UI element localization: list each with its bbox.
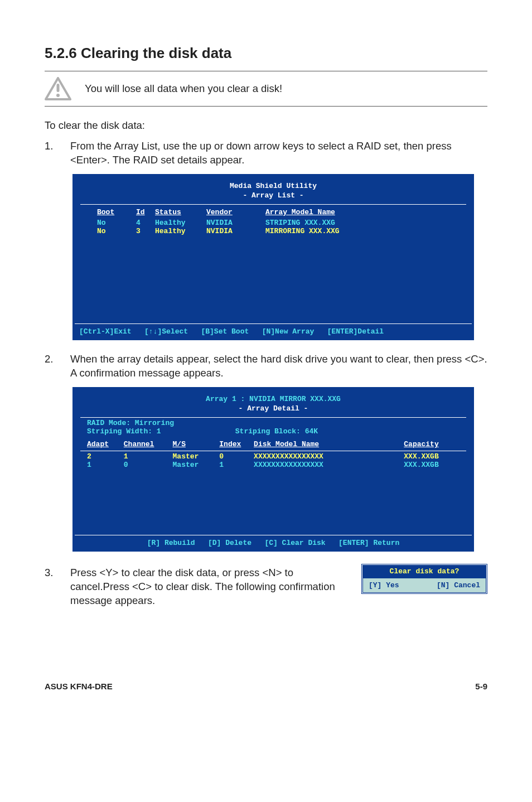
dialog-no[interactable]: [N] Cancel	[437, 581, 480, 590]
console2-title: Array 1 : NVIDIA MIRROR XXX.XXG	[80, 393, 466, 404]
hdr-name: Array Model Name	[265, 208, 377, 216]
footer-left: ASUS KFN4-DRE	[45, 682, 113, 691]
console2-subtitle: - Array Detail -	[80, 404, 466, 416]
striping-row: Striping Width: 1 Striping Block: 64K	[80, 427, 466, 436]
step-1-text: From the Array List, use the up or down …	[70, 139, 487, 167]
hdr-status: Status	[155, 208, 206, 216]
step-1: 1. From the Array List, use the up or do…	[45, 139, 487, 167]
step-2-text: When the array details appear, select th…	[70, 352, 487, 380]
h2-index: Index	[219, 440, 254, 448]
console-array-detail: Array 1 : NVIDIA MIRROR XXX.XXG - Array …	[72, 387, 474, 552]
step-3: 3. Press <Y> to clear the disk data, or …	[45, 566, 345, 608]
hdr-boot: Boot	[97, 208, 136, 216]
footer-return[interactable]: [ENTER] Return	[338, 539, 399, 547]
footer-setboot[interactable]: [B]Set Boot	[201, 327, 249, 336]
confirm-dialog: Clear disk data? [Y] Yes [N] Cancel	[361, 564, 487, 594]
step-1-number: 1.	[45, 139, 58, 167]
striping-width: Striping Width: 1	[87, 427, 231, 436]
dialog-title: Clear disk data?	[363, 566, 486, 578]
console1-footer: [Ctrl-X]Exit [↑↓]Select [B]Set Boot [N]N…	[75, 325, 472, 338]
footer-newarr[interactable]: [N]New Array	[262, 327, 315, 336]
warning-block: You will lose all data when you clear a …	[45, 71, 487, 107]
footer-exit[interactable]: [Ctrl-X]Exit	[79, 327, 132, 336]
warning-triangle-icon	[45, 77, 71, 100]
console2-row-0[interactable]: 2 1 Master 0 XXXXXXXXXXXXXXXX XXX.XXGB	[80, 452, 466, 461]
footer-detail[interactable]: [ENTER]Detail	[327, 327, 384, 336]
warning-text: You will lose all data when you clear a …	[85, 82, 282, 96]
footer-right: 5-9	[475, 682, 487, 691]
step-2: 2. When the array details appear, select…	[45, 352, 487, 380]
h2-model: Disk Model Name	[254, 440, 404, 448]
footer-select[interactable]: [↑↓]Select	[144, 327, 188, 336]
svg-point-1	[56, 94, 60, 97]
console1-row-1[interactable]: No 3 Healthy NVIDIA MIRRORING XXX.XXG	[80, 227, 466, 235]
hdr-vendor: Vendor	[206, 208, 265, 216]
step-2-number: 2.	[45, 352, 58, 380]
h2-cap: Capacity	[404, 440, 460, 448]
step-3-text: Press <Y> to clear the disk data, or pre…	[70, 566, 345, 608]
console2-footer: [R] Rebuild [D] Delete [C] Clear Disk [E…	[75, 537, 472, 549]
console1-subtitle: - Array List -	[80, 191, 466, 203]
h2-adapt: Adapt	[87, 440, 124, 448]
svg-rect-0	[57, 84, 60, 92]
console1-title: Media Shield Utility	[80, 180, 466, 191]
page-footer: ASUS KFN4-DRE 5-9	[45, 682, 487, 691]
h2-channel: Channel	[124, 440, 173, 448]
console1-row-0[interactable]: No 4 Healthy NVIDIA STRIPING XXX.XXG	[80, 219, 466, 227]
h2-ms: M/S	[173, 440, 220, 448]
striping-block: Striping Block: 64K	[235, 427, 318, 436]
intro-text: To clear the disk data:	[45, 119, 487, 133]
step-3-number: 3.	[45, 566, 58, 608]
dialog-yes[interactable]: [Y] Yes	[369, 581, 399, 590]
console-array-list: Media Shield Utility - Array List - Boot…	[72, 174, 474, 340]
raid-mode: RAID Mode: Mirroring	[80, 419, 466, 427]
footer-delete[interactable]: [D] Delete	[208, 539, 252, 547]
footer-clear[interactable]: [C] Clear Disk	[264, 539, 325, 547]
console2-row-1[interactable]: 1 0 Master 1 XXXXXXXXXXXXXXXX XXX.XXGB	[80, 461, 466, 469]
footer-rebuild[interactable]: [R] Rebuild	[147, 539, 195, 547]
hdr-id: Id	[136, 208, 155, 216]
console1-headers: Boot Id Status Vendor Array Model Name	[80, 206, 466, 219]
section-heading: 5.2.6 Clearing the disk data	[45, 45, 487, 62]
console2-headers: Adapt Channel M/S Index Disk Model Name …	[80, 436, 466, 450]
